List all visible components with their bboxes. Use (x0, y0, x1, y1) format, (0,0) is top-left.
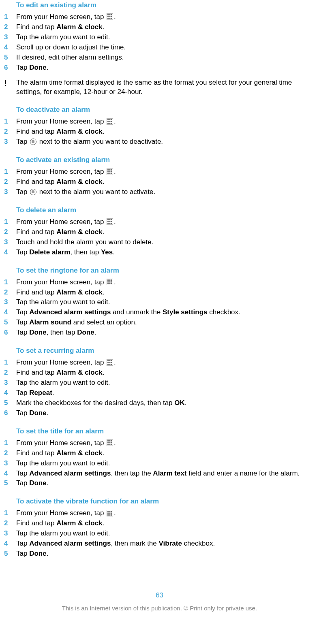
svg-rect-22 (109, 169, 111, 171)
step-list: 1From your Home screen, tap .2Find and t… (4, 13, 315, 73)
numbered-step: 6Tap Done. (4, 409, 315, 418)
svg-rect-35 (109, 221, 111, 222)
numbered-step: 5Tap Done. (4, 479, 315, 488)
step-bold: Done (29, 550, 47, 557)
step-body: Tap Done. (16, 409, 315, 418)
numbered-step: 3Tap the alarm you want to edit. (4, 298, 315, 307)
step-bold: Done (29, 64, 47, 71)
step-bold: Repeat (29, 389, 52, 397)
svg-rect-27 (107, 173, 109, 174)
step-body: Tap the alarm you want to edit. (16, 378, 315, 388)
info-icon: ! (4, 78, 16, 87)
step-body: From your Home screen, tap . (16, 13, 315, 22)
document-page: To edit an existing alarm1From your Home… (4, 1, 315, 559)
svg-rect-9 (111, 18, 112, 19)
svg-rect-74 (107, 512, 109, 514)
svg-rect-24 (107, 171, 109, 172)
svg-rect-56 (111, 362, 112, 363)
svg-rect-53 (111, 360, 112, 361)
step-number: 6 (4, 328, 16, 337)
step-bold: Alarm & clock (56, 369, 102, 376)
numbered-step: 3Touch and hold the alarm you want to de… (4, 238, 315, 247)
numbered-step: 1From your Home screen, tap . (4, 218, 315, 227)
svg-rect-34 (107, 221, 109, 222)
step-bold: Yes (101, 248, 113, 256)
svg-rect-71 (107, 511, 109, 512)
step-body: Tap the alarm you want to edit. (16, 529, 315, 538)
step-body: Tap Done. (16, 63, 315, 73)
svg-rect-46 (111, 281, 112, 283)
svg-rect-62 (109, 440, 111, 441)
step-body: Tap Done. (16, 549, 315, 559)
step-number: 3 (4, 188, 16, 197)
step-body: Tap Advanced alarm settings, then tap th… (16, 469, 315, 478)
step-bold: Alarm & clock (56, 228, 102, 236)
step-bold: Vibrate (159, 540, 182, 547)
step-number: 6 (4, 63, 16, 73)
section-heading: To edit an existing alarm (4, 1, 315, 10)
numbered-step: 2Find and tap Alarm & clock. (4, 368, 315, 377)
svg-rect-58 (109, 364, 111, 365)
step-number: 3 (4, 459, 16, 468)
step-number: 1 (4, 218, 16, 227)
step-bold: Done (29, 479, 47, 487)
step-body: Tap Done. (16, 479, 315, 488)
apps-grid-icon (107, 168, 113, 175)
step-body: Find and tap Alarm & clock. (16, 127, 315, 136)
numbered-step: 2Find and tap Alarm & clock. (4, 449, 315, 458)
svg-rect-25 (109, 171, 111, 172)
apps-grid-icon (107, 359, 113, 366)
step-body: Tap next to the alarm you want to activa… (16, 188, 315, 197)
step-number: 2 (4, 519, 16, 528)
svg-rect-36 (111, 221, 112, 222)
step-number: 3 (4, 137, 16, 147)
step-bold: Advanced alarm settings (29, 540, 111, 547)
step-body: Tap the alarm you want to edit. (16, 298, 315, 307)
svg-rect-23 (111, 169, 112, 171)
svg-rect-45 (109, 281, 111, 283)
svg-rect-32 (109, 219, 111, 220)
step-body: From your Home screen, tap . (16, 167, 315, 177)
svg-rect-76 (111, 512, 112, 514)
step-bold: Alarm & clock (56, 519, 102, 527)
step-number: 3 (4, 378, 16, 388)
svg-rect-61 (107, 440, 109, 441)
step-number: 3 (4, 238, 16, 247)
svg-rect-39 (111, 223, 112, 224)
svg-rect-41 (107, 279, 109, 281)
svg-rect-26 (111, 171, 112, 172)
step-number: 1 (4, 439, 16, 448)
numbered-step: 2Find and tap Alarm & clock. (4, 228, 315, 237)
numbered-step: 5Mark the checkboxes for the desired day… (4, 399, 315, 408)
step-number: 3 (4, 33, 16, 42)
step-number: 2 (4, 177, 16, 187)
apps-grid-icon (107, 13, 113, 20)
svg-rect-33 (111, 219, 112, 220)
svg-rect-48 (109, 283, 111, 284)
step-body: From your Home screen, tap . (16, 439, 315, 448)
step-body: Find and tap Alarm & clock. (16, 177, 315, 187)
step-list: 1From your Home screen, tap .2Find and t… (4, 509, 315, 559)
step-bold: Alarm sound (29, 318, 71, 326)
step-number: 1 (4, 509, 16, 518)
apps-grid-icon (107, 118, 113, 125)
numbered-step: 1From your Home screen, tap . (4, 278, 315, 287)
step-bold: Delete alarm (29, 248, 70, 256)
step-list: 1From your Home screen, tap .2Find and t… (4, 439, 315, 488)
step-body: Find and tap Alarm & clock. (16, 519, 315, 528)
section-heading: To set the title for an alarm (4, 427, 315, 436)
numbered-step: 4Tap Advanced alarm settings, then tap t… (4, 469, 315, 478)
svg-rect-66 (111, 442, 112, 444)
step-body: Find and tap Alarm & clock. (16, 368, 315, 377)
step-bold: Alarm & clock (56, 23, 102, 31)
step-body: Find and tap Alarm & clock. (16, 23, 315, 32)
step-body: From your Home screen, tap . (16, 278, 315, 287)
svg-rect-42 (109, 279, 111, 281)
step-body: Tap Alarm sound and select an option. (16, 318, 315, 327)
step-bold: OK (174, 399, 185, 407)
step-number: 3 (4, 529, 16, 538)
svg-rect-14 (107, 121, 109, 122)
numbered-step: 1From your Home screen, tap . (4, 13, 315, 22)
step-number: 1 (4, 117, 16, 126)
svg-rect-59 (111, 364, 112, 365)
